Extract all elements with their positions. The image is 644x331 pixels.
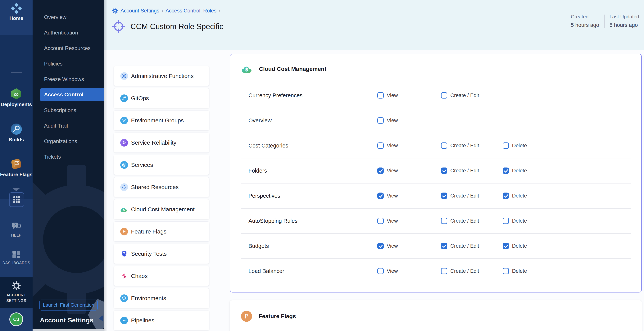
checkbox-view[interactable] bbox=[377, 168, 384, 174]
resource-group-environments[interactable]: Environments bbox=[114, 288, 209, 308]
checkbox-delete[interactable] bbox=[503, 218, 509, 224]
permission-row: OverviewView bbox=[230, 108, 641, 133]
breadcrumb-access-control-roles[interactable]: Access Control: Roles bbox=[166, 8, 216, 14]
sidebar-item-policies[interactable]: Policies bbox=[32, 56, 104, 72]
dashboards-icon bbox=[12, 250, 20, 258]
sidebar-item-organizations[interactable]: Organizations bbox=[32, 134, 104, 149]
checkbox-label: View bbox=[387, 118, 398, 123]
page-header: Account Settings › Access Control: Roles… bbox=[104, 0, 644, 50]
created-label: Created bbox=[571, 14, 599, 20]
flag-icon bbox=[241, 311, 252, 322]
checkbox-label: View bbox=[387, 218, 398, 224]
breadcrumb-account-settings[interactable]: Account Settings bbox=[120, 8, 159, 14]
user-avatar[interactable]: CJ bbox=[0, 312, 32, 326]
checkbox-create-edit[interactable] bbox=[441, 218, 447, 224]
checkbox-view[interactable] bbox=[377, 218, 384, 224]
permission-cell: Create / Edit bbox=[441, 243, 479, 249]
checkbox-view[interactable] bbox=[377, 117, 384, 124]
resource-group-label: Environment Groups bbox=[131, 117, 184, 124]
rail-item-feature-flags[interactable]: Feature Flags bbox=[0, 158, 32, 178]
collapse-sidebar-icon[interactable] bbox=[99, 315, 103, 322]
checkbox-label: View bbox=[387, 142, 398, 148]
checkbox-delete[interactable] bbox=[503, 168, 509, 174]
breadcrumb-separator: › bbox=[162, 8, 164, 14]
checkbox-create-edit[interactable] bbox=[441, 243, 447, 249]
checkbox-create-edit[interactable] bbox=[441, 142, 447, 149]
rail-item-account-settings[interactable]: ACCOUNT SETTINGS bbox=[0, 281, 32, 304]
checkbox-delete[interactable] bbox=[503, 268, 509, 274]
checkbox-delete[interactable] bbox=[503, 142, 509, 149]
permission-row-label: AutoStopping Rules bbox=[248, 218, 298, 224]
checkbox-delete[interactable] bbox=[503, 243, 509, 249]
permission-cell: View bbox=[377, 92, 398, 98]
permission-row: BudgetsViewCreate / EditDelete bbox=[230, 233, 641, 258]
checkbox-label: Delete bbox=[512, 168, 527, 174]
permission-cell: View bbox=[377, 192, 398, 199]
flag-icon bbox=[120, 228, 128, 236]
permission-row-label: Currency Preferences bbox=[248, 92, 302, 98]
rail-label: Builds bbox=[8, 137, 24, 143]
module-selector-button[interactable] bbox=[9, 192, 24, 207]
rail-item-builds[interactable]: Builds bbox=[0, 123, 32, 143]
permission-cell: Create / Edit bbox=[441, 142, 479, 149]
checkbox-create-edit[interactable] bbox=[441, 168, 447, 174]
resource-group-environment-groups[interactable]: Environment Groups bbox=[114, 110, 209, 130]
sidebar-item-audit-trail[interactable]: Audit Trail bbox=[32, 118, 104, 134]
settings-menu: Overview Authentication Account Resource… bbox=[32, 10, 104, 164]
builds-icon bbox=[10, 123, 22, 135]
checkbox-view[interactable] bbox=[377, 142, 384, 149]
checkbox-view[interactable] bbox=[377, 92, 384, 98]
checkbox-create-edit[interactable] bbox=[441, 268, 447, 274]
rail-item-home[interactable]: Home bbox=[0, 3, 32, 21]
checkbox-label: Delete bbox=[512, 268, 527, 274]
meta-divider bbox=[604, 14, 604, 28]
sidebar-item-account-resources[interactable]: Account Resources bbox=[32, 40, 104, 56]
resource-group-administrative-functions[interactable]: Administrative Functions bbox=[114, 66, 209, 86]
permission-cell: Delete bbox=[503, 142, 527, 149]
launch-first-generation-button[interactable]: Launch First Generation bbox=[40, 300, 98, 310]
chaos-icon bbox=[120, 272, 128, 280]
resource-group-feature-flags[interactable]: Feature Flags bbox=[114, 222, 209, 242]
permission-cell: Delete bbox=[503, 168, 527, 174]
gear-icon bbox=[120, 72, 128, 80]
settings-gear-icon bbox=[112, 8, 118, 14]
sidebar-item-freeze-windows[interactable]: Freeze Windows bbox=[32, 72, 104, 87]
checkbox-view[interactable] bbox=[377, 268, 384, 274]
sidebar-item-access-control[interactable]: Access Control bbox=[40, 88, 104, 101]
checkbox-view[interactable] bbox=[377, 243, 384, 249]
checkbox-view[interactable] bbox=[377, 192, 384, 199]
permissions-section-title: Cloud Cost Management bbox=[259, 64, 326, 73]
checkbox-label: Create / Edit bbox=[450, 243, 479, 249]
rail-item-help[interactable]: ? HELP bbox=[0, 222, 32, 238]
sidebar-item-authentication[interactable]: Authentication bbox=[32, 25, 104, 40]
rail-modules-section: ∞ Deployments Builds Feature Flags bbox=[0, 35, 32, 199]
resource-group-chaos[interactable]: Chaos bbox=[114, 266, 209, 286]
checkbox-create-edit[interactable] bbox=[441, 192, 447, 199]
checkbox-delete[interactable] bbox=[503, 192, 509, 199]
sidebar-item-tickets[interactable]: Tickets bbox=[32, 149, 104, 164]
rail-item-dashboards[interactable]: DASHBOARDS bbox=[0, 250, 32, 266]
rail-item-deployments[interactable]: ∞ Deployments bbox=[0, 88, 32, 108]
breadcrumb: Account Settings › Access Control: Roles… bbox=[112, 8, 220, 14]
chevron-down-icon[interactable] bbox=[13, 188, 20, 191]
permission-cell: Create / Edit bbox=[441, 92, 479, 98]
service-reliability-icon bbox=[120, 139, 128, 146]
checkbox-label: Create / Edit bbox=[450, 92, 479, 98]
permission-cell: Create / Edit bbox=[441, 218, 479, 224]
sidebar-item-overview[interactable]: Overview bbox=[32, 10, 104, 25]
sidebar-item-subscriptions[interactable]: Subscriptions bbox=[32, 102, 104, 118]
resource-group-cloud-cost-management[interactable]: $ Cloud Cost Management bbox=[114, 199, 209, 219]
resource-group-security-tests[interactable]: Security Tests bbox=[114, 244, 209, 264]
resource-group-gitops[interactable]: GitOps bbox=[114, 88, 209, 108]
permission-row-label: Cost Categories bbox=[248, 142, 288, 149]
resource-group-shared-resources[interactable]: Shared Resources bbox=[114, 177, 209, 197]
feature-flags-icon bbox=[10, 158, 22, 170]
resource-group-services[interactable]: Services bbox=[114, 155, 209, 175]
resource-group-service-reliability[interactable]: Service Reliability bbox=[114, 132, 209, 153]
permission-row-label: Folders bbox=[248, 168, 267, 174]
checkbox-create-edit[interactable] bbox=[441, 92, 447, 98]
deployments-icon: ∞ bbox=[10, 88, 22, 100]
permission-cell: View bbox=[377, 218, 398, 224]
cloud-dollar-icon: $ bbox=[120, 206, 128, 213]
resource-group-pipelines[interactable]: Pipelines bbox=[114, 310, 209, 330]
